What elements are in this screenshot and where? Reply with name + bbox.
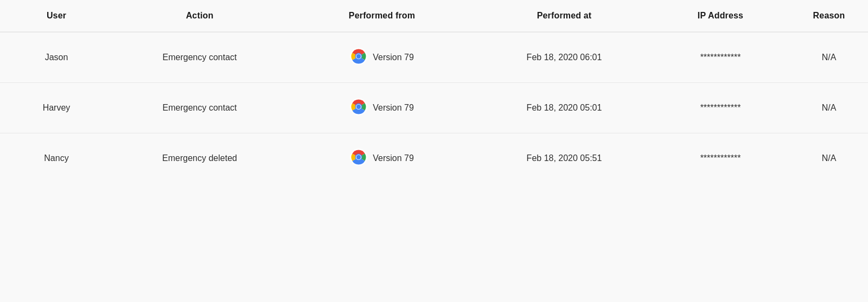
cell-performed-from: Version 79 [286,133,477,184]
browser-version: Version 79 [373,53,414,62]
col-header-performed-at: Performed at [477,0,651,32]
col-header-user: User [0,0,113,32]
cell-performed-at: Feb 18, 2020 05:01 [477,83,651,133]
cell-action: Emergency contact [113,83,286,133]
cell-ip-address: ************ [651,83,790,133]
table-row: Nancy Emergency deleted Version 79 [0,133,868,184]
table-row: Jason Emergency contact Version 79 [0,32,868,83]
chrome-icon [350,98,367,118]
col-header-action: Action [113,0,286,32]
audit-log-table-container: User Action Performed from Performed at … [0,0,868,183]
audit-log-table: User Action Performed from Performed at … [0,0,868,183]
col-header-ip-address: IP Address [651,0,790,32]
col-header-performed-from: Performed from [286,0,477,32]
cell-reason: N/A [790,133,868,184]
table-row: Harvey Emergency contact Version 79 [0,83,868,133]
cell-user: Nancy [0,133,113,184]
cell-ip-address: ************ [651,133,790,184]
browser-version: Version 79 [373,153,414,163]
cell-user: Harvey [0,83,113,133]
table-header-row: User Action Performed from Performed at … [0,0,868,32]
cell-user: Jason [0,32,113,83]
svg-point-3 [356,54,361,59]
chrome-icon [350,149,367,168]
cell-ip-address: ************ [651,32,790,83]
cell-performed-from: Version 79 [286,83,477,133]
svg-point-11 [356,155,361,159]
cell-reason: N/A [790,32,868,83]
cell-performed-from: Version 79 [286,32,477,83]
chrome-icon [350,48,367,67]
col-header-reason: Reason [790,0,868,32]
browser-version: Version 79 [373,103,414,113]
cell-performed-at: Feb 18, 2020 06:01 [477,32,651,83]
cell-action: Emergency contact [113,32,286,83]
svg-point-7 [356,105,361,109]
cell-reason: N/A [790,83,868,133]
cell-action: Emergency deleted [113,133,286,184]
cell-performed-at: Feb 18, 2020 05:51 [477,133,651,184]
